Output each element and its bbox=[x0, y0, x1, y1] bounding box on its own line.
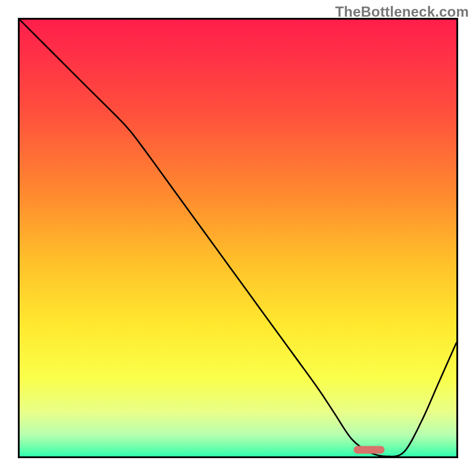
chart-container: TheBottleneck.com bbox=[0, 0, 476, 476]
curve-path bbox=[20, 20, 456, 456]
plot-frame bbox=[18, 18, 458, 458]
curve-layer bbox=[20, 20, 456, 456]
optimum-marker bbox=[354, 446, 384, 453]
watermark-text: TheBottleneck.com bbox=[335, 4, 469, 20]
